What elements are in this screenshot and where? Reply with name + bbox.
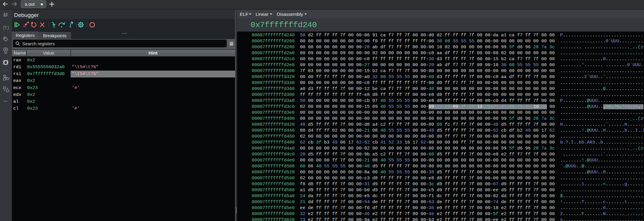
svg-text:}: } <box>7 26 10 31</box>
